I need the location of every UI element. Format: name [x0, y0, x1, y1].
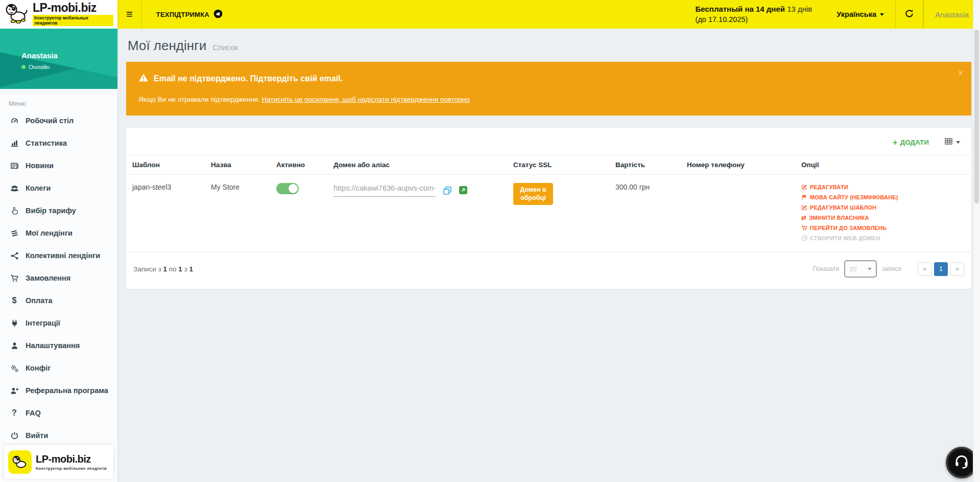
warning-title: Email не підтверджено. Підтвердіть свій …: [154, 74, 343, 83]
table-footer: Записи з 1 по 1 з 1 Показати 20 записи «…: [126, 252, 971, 289]
sidebar-item-integrations[interactable]: Інтеграції: [0, 312, 117, 334]
pager: « 1 »: [918, 262, 964, 276]
username-label: Anastasia: [935, 10, 969, 19]
support-button[interactable]: ТЕХПІДТРИМКА: [142, 0, 236, 29]
active-toggle[interactable]: [276, 183, 299, 194]
summary-from: 1: [163, 265, 168, 273]
sidebar-user-panel: Anastasia Онлайн: [0, 29, 117, 89]
close-icon[interactable]: ×: [958, 68, 963, 78]
stack-icon: [9, 229, 19, 238]
chevron-down-icon: [956, 141, 960, 144]
site-language-link[interactable]: МОВА САЙТУ (НЕЗМІНЮВАНЕ): [801, 194, 967, 200]
sidebar-user-name: Anastasia: [21, 51, 117, 60]
hand-pointer-icon: [9, 206, 19, 215]
sidebar-item-label: Робочий стіл: [26, 117, 74, 125]
sidebar-item-news[interactable]: Новини: [0, 154, 117, 177]
table-grid-icon: [944, 137, 953, 148]
refresh-button[interactable]: [895, 0, 923, 29]
table-header-row: Шаблон Назва Активно Домен або аліас Ста…: [126, 155, 971, 175]
dashboard-icon: [9, 117, 19, 125]
support-label: ТЕХПІДТРИМКА: [156, 11, 209, 18]
language-dropdown[interactable]: Українська: [825, 0, 895, 29]
col-template: Шаблон: [126, 155, 207, 175]
trial-until: (до 17.10.2025): [696, 14, 812, 25]
topbar: ≡ ТЕХПІДТРИМКА Бесплатный на 14 дней 13 …: [117, 0, 980, 29]
change-owner-link[interactable]: ⇄ ЗМІНИТИ ВЛАСНИКА: [801, 215, 967, 221]
add-landing-button[interactable]: + ДОДАТИ: [893, 138, 929, 147]
scrollbar[interactable]: [973, 0, 980, 482]
external-link-icon[interactable]: [459, 186, 467, 196]
plus-icon: +: [893, 138, 897, 147]
edit-template-link[interactable]: РЕДАГУВАТИ ШАБЛОН: [801, 204, 967, 211]
sidebar-item-label: Оплата: [26, 296, 52, 305]
sidebar-item-label: Новини: [26, 162, 54, 170]
footer-logo-subtitle: Конструктор мобільних лендінгів: [36, 466, 107, 471]
prev-page-button[interactable]: «: [918, 262, 931, 276]
cell-phone: [683, 175, 797, 252]
resend-confirmation-link[interactable]: Натисніть це посилання, щоб надіслати пі…: [262, 96, 470, 103]
page-subtitle: Список: [212, 43, 238, 52]
page-size-select[interactable]: 20: [844, 260, 877, 278]
sidebar-item-referral[interactable]: Реферальна програма: [0, 379, 117, 402]
summary-text: Записи з: [133, 265, 163, 273]
refresh-icon: [904, 9, 914, 20]
columns-dropdown-button[interactable]: [944, 137, 960, 148]
go-to-orders-link[interactable]: ПЕРЕЙТИ ДО ЗАМОВЛЕНЬ: [801, 225, 967, 231]
col-active: Активно: [272, 155, 329, 175]
sidebar-item-collective-landings[interactable]: Колективні лендінги: [0, 244, 117, 267]
sidebar-item-label: Статистика: [26, 139, 67, 147]
sidebar-item-label: Вийти: [26, 431, 48, 440]
option-label: СТВОРИТИ WEB-ДОМЕН: [810, 235, 880, 241]
col-phone: Номер телефону: [683, 155, 797, 175]
sidebar-menu: Робочий стіл Статистика Новини Колеги Ви…: [0, 109, 117, 447]
sidebar-item-label: Мої лендінги: [26, 229, 73, 237]
option-label: МОВА САЙТУ (НЕЗМІНЮВАНЕ): [810, 194, 898, 200]
plug-icon: [9, 319, 19, 328]
sidebar-item-tariff[interactable]: Вибір тарифу: [0, 199, 117, 222]
sidebar-item-label: Реферальна програма: [26, 386, 108, 395]
page-size-value: 20: [849, 265, 856, 273]
sidebar-item-settings[interactable]: Налаштування: [0, 334, 117, 357]
sidebar-footer-logo[interactable]: LP-mobi.biz Конструктор мобільних лендін…: [4, 445, 113, 479]
dog-logo-small-icon: [8, 450, 32, 474]
add-button-label: ДОДАТИ: [900, 139, 929, 146]
next-page-button[interactable]: »: [950, 262, 964, 276]
question-icon: ?: [9, 409, 19, 417]
sidebar: LP-mobi.biz Конструктор мобильных лендин…: [0, 0, 117, 482]
sidebar-item-orders[interactable]: Замовлення: [0, 267, 117, 289]
sidebar-item-label: Інтеграції: [26, 319, 60, 327]
online-status-icon: [21, 65, 26, 69]
summary-text: по: [167, 265, 178, 273]
dog-logo-icon: [4, 2, 30, 27]
page-1-button[interactable]: 1: [934, 262, 948, 276]
cell-template: japan-steel3: [126, 175, 207, 252]
sidebar-item-config[interactable]: Конфіг: [0, 357, 117, 379]
scrollbar-thumb[interactable]: [974, 30, 979, 203]
app-logo[interactable]: LP-mobi.biz Конструктор мобильных лендин…: [0, 0, 117, 29]
sidebar-item-my-landings[interactable]: Мої лендінги: [0, 222, 117, 244]
chevron-down-icon: [868, 268, 872, 270]
sidebar-item-dashboard[interactable]: Робочий стіл: [0, 109, 117, 132]
col-price: Вартість: [611, 155, 683, 175]
sidebar-item-payment[interactable]: $ Оплата: [0, 289, 117, 312]
sidebar-item-label: FAQ: [26, 409, 41, 417]
warning-icon: [138, 73, 149, 84]
domain-input[interactable]: https://cakawi7636-aupvs-com-42: [333, 183, 436, 197]
records-summary: Записи з 1 по 1 з 1: [133, 265, 193, 273]
sidebar-toggle-button[interactable]: ≡: [117, 0, 142, 29]
gears-icon: [9, 364, 19, 373]
language-label: Українська: [836, 10, 876, 18]
page-title: Мої лендінги: [128, 38, 206, 54]
sidebar-item-logout[interactable]: Вийти: [0, 424, 117, 447]
sidebar-item-faq[interactable]: ? FAQ: [0, 402, 117, 424]
landings-table: Шаблон Назва Активно Домен або аліас Ста…: [126, 155, 971, 252]
copy-icon[interactable]: [443, 186, 452, 197]
option-label: РЕДАГУВАТИ ШАБЛОН: [810, 204, 876, 211]
app-logo-subtitle: Конструктор мобильных лендингов: [33, 15, 113, 26]
edit-link[interactable]: РЕДАГУВАТИ: [801, 184, 967, 190]
sidebar-item-statistics[interactable]: Статистика: [0, 132, 117, 154]
topbar-username[interactable]: Anastasia: [923, 0, 980, 29]
power-icon: [9, 431, 19, 440]
trial-title: Бесплатный на 14 дней: [696, 5, 785, 13]
sidebar-item-colleagues[interactable]: Колеги: [0, 177, 117, 199]
